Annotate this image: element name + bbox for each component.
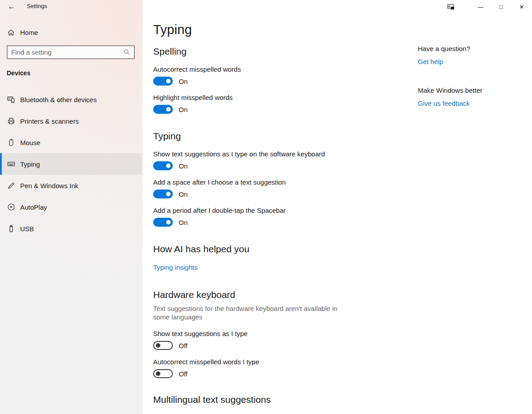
toggle-state-label: On bbox=[179, 219, 188, 226]
sidebar-item-mouse[interactable]: Mouse bbox=[0, 132, 142, 153]
typing-insights-link[interactable]: Typing insights bbox=[153, 263, 197, 271]
sidebar-item-printers[interactable]: Printers & scanners bbox=[0, 110, 142, 132]
setting-label: Autocorrect misspelled words bbox=[153, 65, 431, 73]
sidebar-item-label: AutoPlay bbox=[20, 203, 47, 211]
toggle-knob bbox=[166, 192, 171, 196]
close-button[interactable]: ✕ bbox=[511, 0, 532, 13]
toggle-state-label: On bbox=[179, 106, 188, 113]
section-heading-spelling: Spelling bbox=[153, 46, 431, 57]
toggle-highlight-misspelled[interactable] bbox=[153, 105, 173, 114]
search-box bbox=[7, 45, 135, 59]
section-heading-hardware-keyboard: Hardware keyboard bbox=[153, 289, 431, 300]
sidebar-item-label: Printers & scanners bbox=[20, 117, 79, 125]
toggle-state-label: Off bbox=[179, 342, 188, 349]
toggle-state-label: On bbox=[179, 162, 188, 170]
sidebar-nav: Bluetooth & other devices Printers & sca… bbox=[0, 89, 142, 239]
close-icon: ✕ bbox=[519, 4, 524, 10]
mouse-icon bbox=[7, 138, 15, 147]
printer-icon bbox=[7, 117, 15, 125]
sidebar-item-autoplay[interactable]: AutoPlay bbox=[0, 196, 142, 218]
setting-label: Add a period after I double-tap the Spac… bbox=[153, 207, 431, 214]
hardware-keyboard-description: Text suggestions for the hardware keyboa… bbox=[153, 304, 352, 321]
have-a-question-title: Have a question? bbox=[418, 45, 521, 52]
toggle-state-label: On bbox=[179, 190, 188, 198]
minimize-icon: — bbox=[478, 4, 484, 10]
autoplay-icon bbox=[7, 203, 15, 211]
toggle-state-label: Off bbox=[179, 370, 188, 378]
sidebar-item-label: USB bbox=[20, 225, 34, 233]
sidebar-section-title: Devices bbox=[7, 69, 30, 77]
back-button[interactable]: ← bbox=[6, 1, 17, 13]
usb-icon bbox=[7, 224, 15, 233]
page-title: Typing bbox=[153, 22, 431, 37]
toggle-autocorrect-misspelled[interactable] bbox=[153, 77, 173, 86]
maximize-button[interactable]: □ bbox=[491, 0, 511, 13]
pen-icon bbox=[7, 181, 15, 190]
toggle-state-label: On bbox=[179, 78, 188, 85]
toggle-knob bbox=[166, 220, 171, 224]
search-input[interactable] bbox=[8, 48, 124, 56]
minimize-button[interactable]: — bbox=[470, 0, 491, 13]
section-heading-multilingual: Multilingual text suggestions bbox=[153, 394, 431, 405]
sidebar-item-label: Mouse bbox=[20, 139, 40, 147]
toggle-knob bbox=[156, 371, 160, 376]
setting-label: Autocorrect misspelled words I type bbox=[153, 358, 431, 366]
toggle-knob bbox=[166, 164, 171, 168]
toggle-add-space[interactable] bbox=[153, 190, 173, 198]
sidebar-item-label: Typing bbox=[20, 160, 40, 168]
toggle-autocorrect-hardware[interactable] bbox=[153, 369, 173, 378]
maximize-icon: □ bbox=[499, 4, 503, 10]
settings-sidebar: ← Settings Home Devices Bluetooth & bbox=[0, 0, 142, 414]
setting-label: Show text suggestions as I type bbox=[153, 330, 431, 337]
search-icon bbox=[124, 49, 130, 56]
toggle-show-suggestions-software[interactable] bbox=[153, 161, 173, 170]
toggle-knob bbox=[156, 343, 160, 348]
sidebar-item-label: Bluetooth & other devices bbox=[20, 96, 97, 104]
section-heading-ai: How AI has helped you bbox=[153, 244, 431, 254]
sidebar-item-label: Pen & Windows Ink bbox=[20, 182, 78, 190]
docking-window-icon[interactable] bbox=[443, 0, 458, 13]
toggle-knob bbox=[166, 107, 171, 112]
sidebar-item-label: Home bbox=[20, 29, 38, 36]
sidebar-item-bluetooth[interactable]: Bluetooth & other devices bbox=[0, 89, 142, 110]
toggle-knob bbox=[166, 79, 171, 83]
toggle-show-suggestions-hardware[interactable] bbox=[153, 341, 173, 350]
setting-label: Highlight misspelled words bbox=[153, 94, 431, 101]
sidebar-item-pen[interactable]: Pen & Windows Ink bbox=[0, 175, 142, 196]
app-title: Settings bbox=[27, 3, 47, 9]
setting-label: Add a space after I choose a text sugges… bbox=[153, 178, 431, 186]
help-rail: Have a question? Get help Make Windows b… bbox=[418, 45, 521, 107]
window-controls: — □ ✕ bbox=[443, 0, 532, 13]
keyboard-icon bbox=[7, 160, 15, 168]
bluetooth-devices-icon bbox=[7, 95, 15, 104]
sidebar-item-usb[interactable]: USB bbox=[0, 218, 142, 239]
make-windows-better-title: Make Windows better bbox=[418, 86, 521, 94]
give-us-feedback-link[interactable]: Give us feedback bbox=[418, 99, 521, 107]
setting-label: Show text suggestions as I type on the s… bbox=[153, 150, 431, 158]
toggle-add-period[interactable] bbox=[153, 218, 173, 227]
section-heading-typing: Typing bbox=[153, 131, 431, 142]
sidebar-item-home[interactable]: Home bbox=[0, 25, 142, 39]
home-icon bbox=[7, 29, 15, 36]
sidebar-item-typing[interactable]: Typing bbox=[0, 153, 142, 175]
get-help-link[interactable]: Get help bbox=[418, 58, 521, 65]
